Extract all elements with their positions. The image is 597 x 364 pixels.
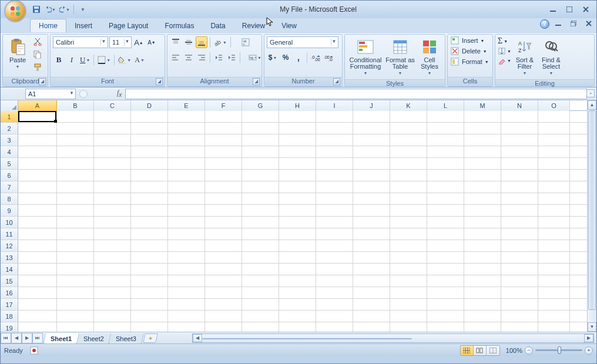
row-header[interactable]: 19 [1,322,18,332]
cell[interactable] [316,217,353,228]
cell[interactable] [316,252,353,263]
cell[interactable] [279,264,316,275]
sheet-nav-next-icon[interactable]: ▶ [22,333,32,343]
cell[interactable] [18,146,57,157]
cell[interactable] [279,146,316,157]
cell[interactable] [353,193,390,204]
cell[interactable] [279,299,316,310]
cell[interactable] [57,299,94,310]
cell[interactable] [131,299,168,310]
cell[interactable] [501,299,538,310]
cell[interactable] [279,123,316,134]
column-header[interactable]: M [464,100,501,111]
cell[interactable] [501,181,538,193]
cell[interactable] [168,287,205,298]
mdi-close-icon[interactable] [585,19,593,28]
cell[interactable] [279,193,316,204]
cell[interactable] [316,170,353,181]
cell[interactable] [168,252,205,263]
font-size-combo[interactable]: 11▼ [109,36,132,48]
save-icon[interactable] [31,4,42,15]
cell[interactable] [538,181,570,193]
cell[interactable] [538,252,570,263]
cell[interactable] [168,158,205,169]
cell[interactable] [316,111,353,122]
cell[interactable] [131,311,168,322]
cell[interactable] [501,205,538,216]
sheet-tab[interactable]: Sheet2 [76,333,112,344]
cell[interactable] [501,252,538,263]
zoom-level[interactable]: 100% [506,347,522,354]
cell[interactable] [316,322,353,332]
sort-filter-button[interactable]: AZ Sort & Filter▼ [513,36,536,77]
cell[interactable] [205,205,242,216]
cell[interactable] [501,311,538,322]
cell[interactable] [57,311,94,322]
cell[interactable] [18,181,57,193]
cell[interactable] [242,322,279,332]
cell[interactable] [242,146,279,157]
cell[interactable] [242,134,279,146]
cell[interactable] [131,217,168,228]
cell[interactable] [427,228,464,240]
cell[interactable] [279,252,316,263]
cell[interactable] [390,299,427,310]
cell[interactable] [205,240,242,251]
cell[interactable] [57,146,94,157]
cell[interactable] [205,193,242,204]
cell[interactable] [427,264,464,275]
cell[interactable] [57,322,94,332]
cell[interactable] [242,264,279,275]
mdi-restore-icon[interactable] [569,19,578,28]
cell[interactable] [464,134,501,146]
cell[interactable] [353,158,390,169]
cell[interactable] [18,170,57,181]
cell[interactable] [242,170,279,181]
cell[interactable] [94,275,131,287]
cell[interactable] [390,193,427,204]
cell[interactable] [427,322,464,332]
cell[interactable] [279,228,316,240]
font-color-icon[interactable]: A▼ [133,54,146,66]
cell[interactable] [464,111,501,122]
customize-qat-icon[interactable]: ▼ [78,4,88,15]
cell[interactable] [94,299,131,310]
cell[interactable] [353,311,390,322]
cell[interactable] [94,123,131,134]
cell[interactable] [501,240,538,251]
cell[interactable] [94,322,131,332]
sheet-tab[interactable]: Sheet1 [43,333,79,344]
column-header[interactable]: A [18,100,57,111]
cell[interactable] [131,322,168,332]
cell[interactable] [464,217,501,228]
cell[interactable] [464,193,501,204]
cell[interactable] [94,240,131,251]
column-header[interactable]: L [427,100,464,111]
cell[interactable] [538,217,570,228]
cell[interactable] [464,311,501,322]
tab-home[interactable]: Home [30,19,66,32]
format-cells-button[interactable]: Format▼ [450,57,489,66]
cell[interactable] [316,134,353,146]
cell[interactable] [279,217,316,228]
cell[interactable] [427,311,464,322]
column-header[interactable]: F [205,100,242,111]
cut-icon[interactable] [32,36,43,47]
cell[interactable] [94,217,131,228]
borders-icon[interactable]: ▼ [96,54,112,66]
cell[interactable] [131,264,168,275]
cell[interactable] [242,275,279,287]
cell[interactable] [538,158,570,169]
cell[interactable] [57,287,94,298]
cell[interactable] [18,123,57,134]
cell[interactable] [242,228,279,240]
cell[interactable] [18,275,57,287]
cell[interactable] [57,228,94,240]
cell[interactable] [464,252,501,263]
cell[interactable] [316,181,353,193]
cell[interactable] [168,146,205,157]
tab-insert[interactable]: Insert [66,19,100,32]
cell[interactable] [131,170,168,181]
cell[interactable] [501,217,538,228]
delete-cells-button[interactable]: Delete▼ [450,46,487,56]
